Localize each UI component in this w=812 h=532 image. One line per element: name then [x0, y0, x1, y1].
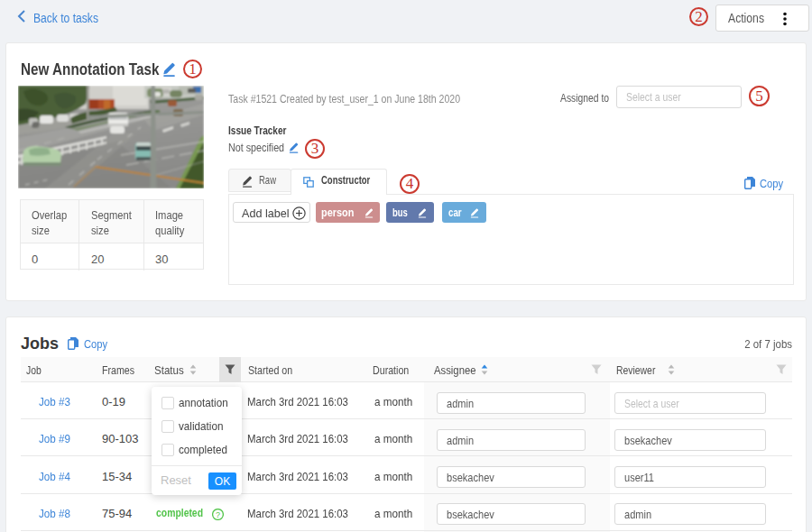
svg-text:?: ?: [216, 510, 220, 519]
